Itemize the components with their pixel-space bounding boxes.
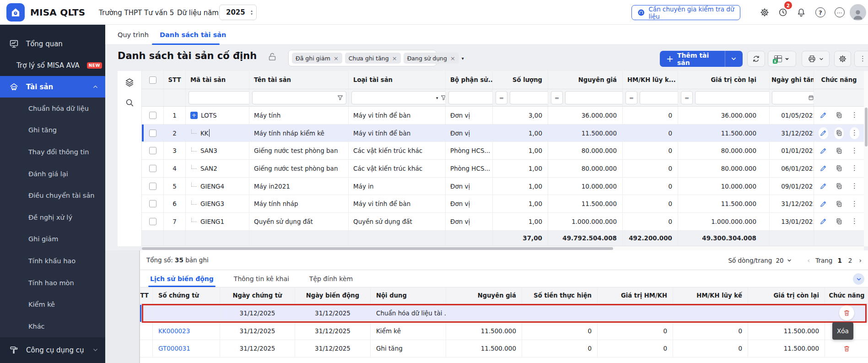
document-link[interactable]: GT000031 xyxy=(158,345,190,352)
sidebar-subitem-kiem-ke[interactable]: Kiểm kê xyxy=(0,293,105,315)
row-more-button[interactable]: ⋮ xyxy=(850,145,859,157)
tab-thong-tin-ke-khai[interactable]: Thông tin kê khai xyxy=(234,275,289,282)
caret-down-icon[interactable]: ▾ xyxy=(436,96,438,100)
filter-nguyen-gia[interactable] xyxy=(565,91,623,104)
table-row-selected[interactable]: 2 KK Máy tính nháp kiểm kê Máy vi tính đ… xyxy=(142,125,864,142)
sidebar-item-tai-san[interactable]: Tài sản xyxy=(0,76,105,98)
scrollbar-thumb[interactable] xyxy=(865,108,868,146)
user-avatar[interactable] xyxy=(850,4,866,21)
horizontal-scrollbar[interactable] xyxy=(142,246,864,250)
sidebar-subitem-ghi-tang[interactable]: Ghi tăng xyxy=(0,119,105,141)
filter-gia-tri-con-lai[interactable] xyxy=(695,91,770,104)
col-gia-tri-hmkh[interactable]: Giá trị HM/KH xyxy=(598,287,673,303)
col-ngay-ghi-tang[interactable]: Ngày ghi tăng xyxy=(770,71,814,89)
edit-button[interactable] xyxy=(819,216,828,228)
filter-chip-group[interactable]: Đã ghi giảm× Chưa ghi tăng× Đang sử dụng… xyxy=(288,50,437,66)
delete-button[interactable] xyxy=(839,305,854,320)
col-so-tien-thuc-hien[interactable]: Số tiền thực hiện xyxy=(522,287,598,303)
sidebar-subitem-ghi-giam[interactable]: Ghi giảm xyxy=(0,228,105,250)
col-gia-tri-con-lai[interactable]: Giá trị còn lại xyxy=(678,71,770,89)
spinner-arrows-icon[interactable]: ▴▾ xyxy=(251,9,253,16)
edit-button[interactable] xyxy=(819,163,828,174)
sidebar-subitem-de-nghi[interactable]: Đề nghị xử lý xyxy=(0,206,105,228)
lock-icon[interactable] xyxy=(267,52,277,62)
sidebar-subitem-khac[interactable]: Khác xyxy=(0,315,105,337)
sidebar-subitem-danh-gia[interactable]: Đánh giá lại xyxy=(0,163,105,185)
tab-tep-dinh-kem[interactable]: Tệp đính kèm xyxy=(309,275,353,282)
col-so-luong[interactable]: Số lượng xyxy=(493,71,548,89)
more-button[interactable]: … xyxy=(835,7,845,17)
close-icon[interactable]: × xyxy=(334,55,339,62)
settings-button[interactable] xyxy=(760,7,770,17)
row-checkbox[interactable] xyxy=(149,112,156,119)
history-row[interactable]: 3 GT000031 31/12/2025 31/12/2025 Ghi tăn… xyxy=(140,340,868,358)
tab-quy-trinh[interactable]: Quy trình xyxy=(118,25,149,45)
table-row[interactable]: 6 GIENG3 Máy tính nháp Máy vi tính để bà… xyxy=(142,195,864,213)
tab-danh-sach-tai-san[interactable]: Danh sách tài sản xyxy=(160,25,226,45)
filter-operator[interactable]: = xyxy=(625,91,637,104)
row-more-button[interactable]: ⋮ xyxy=(850,163,859,174)
edit-button[interactable] xyxy=(819,145,828,157)
col-ngay-bien-dong[interactable]: Ngày biến động xyxy=(295,287,371,303)
duplicate-button[interactable] xyxy=(834,163,844,174)
filter-chip-chua-ghi-tang[interactable]: Chưa ghi tăng× xyxy=(345,53,401,64)
sidebar-subitem-thay-doi[interactable]: Thay đổi thông tin xyxy=(0,141,105,163)
data-year-select[interactable]: 2025 ▴▾ xyxy=(219,5,257,20)
rows-per-page-select[interactable]: 20 xyxy=(776,257,792,264)
collapse-panel-button[interactable] xyxy=(853,273,864,285)
duplicate-button[interactable] xyxy=(834,198,844,210)
filter-loai-tai-san[interactable]: ▾ xyxy=(351,91,446,104)
add-asset-dropdown[interactable] xyxy=(725,55,743,62)
filter-operator[interactable]: = xyxy=(551,91,563,104)
funnel-icon[interactable] xyxy=(440,94,446,101)
select-all-checkbox[interactable] xyxy=(149,76,156,84)
filter-ma-tai-san[interactable] xyxy=(189,91,249,104)
delete-button[interactable] xyxy=(825,340,868,358)
refresh-button[interactable] xyxy=(747,51,765,67)
col-loai-tai-san[interactable]: Loại tài sản xyxy=(349,71,446,89)
filter-chip-dang-su-dung[interactable]: Đang sử dụng× xyxy=(404,53,459,64)
duplicate-button[interactable] xyxy=(834,216,844,228)
next-page-button[interactable]: › xyxy=(857,257,863,264)
col-stt[interactable]: STT xyxy=(164,71,186,89)
export-excel-button[interactable]: X xyxy=(768,51,796,67)
col-nguyen-gia[interactable]: Nguyên giá xyxy=(548,71,623,89)
page-2[interactable]: 2 xyxy=(847,257,854,264)
filter-hmkh[interactable] xyxy=(640,91,678,104)
funnel-icon[interactable] xyxy=(337,94,344,101)
filter-ten-tai-san[interactable] xyxy=(252,91,346,104)
add-asset-button[interactable]: + Thêm tài sản xyxy=(660,51,743,67)
row-checkbox[interactable] xyxy=(149,183,156,190)
table-settings-button[interactable] xyxy=(834,51,851,67)
row-checkbox[interactable] xyxy=(149,147,156,154)
history-row-highlighted[interactable]: 1 31/12/2025 31/12/2025 Chuẩn hóa dữ liệ… xyxy=(140,304,868,322)
app-logo[interactable] xyxy=(6,3,25,22)
duplicate-button[interactable] xyxy=(834,109,844,121)
more-actions-button[interactable]: ⋮ xyxy=(854,51,868,67)
notifications-button[interactable] xyxy=(796,7,806,17)
sidebar-item-tong-quan[interactable]: Tổng quan xyxy=(0,33,105,54)
row-more-button[interactable]: ⋮ xyxy=(850,198,859,210)
col-hmkh-luy-ke[interactable]: HM/KH lũy kế xyxy=(673,287,748,303)
row-checkbox[interactable] xyxy=(149,165,156,172)
layers-button[interactable] xyxy=(124,77,141,87)
expert-check-button[interactable]: Cần chuyên gia kiểm tra dữ liệu xyxy=(631,5,740,20)
chevron-down-icon[interactable]: ▾ xyxy=(462,56,464,61)
col-gia-tri-con-lai[interactable]: Giá trị còn lại xyxy=(748,287,825,303)
row-checkbox[interactable] xyxy=(149,218,156,225)
sidebar-item-misa-ava[interactable]: Trợ lý số MISA AVA NEW xyxy=(0,54,105,76)
table-row[interactable]: 3 SAN3 Giếng nước test phòng ban Các vật… xyxy=(142,142,864,160)
sidebar-subitem-khau-hao[interactable]: Tính khấu hao xyxy=(0,250,105,272)
filter-operator[interactable]: = xyxy=(496,91,507,104)
edit-button[interactable] xyxy=(819,180,828,192)
calendar-icon[interactable] xyxy=(808,94,814,101)
col-ngay-chung-tu[interactable]: Ngày chứng từ xyxy=(220,287,295,303)
page-1[interactable]: 1 xyxy=(836,257,843,264)
sidebar-subitem-hao-mon[interactable]: Tính hao mòn xyxy=(0,272,105,294)
duplicate-button[interactable] xyxy=(834,180,844,192)
vertical-scrollbar[interactable] xyxy=(864,71,868,246)
edit-button[interactable] xyxy=(819,127,828,139)
table-row[interactable]: 1 +LOTS Máy tính Máy vi tính để bàn Đơn … xyxy=(142,107,864,125)
row-more-button[interactable]: ⋮ xyxy=(850,216,859,228)
print-button[interactable] xyxy=(802,51,830,67)
